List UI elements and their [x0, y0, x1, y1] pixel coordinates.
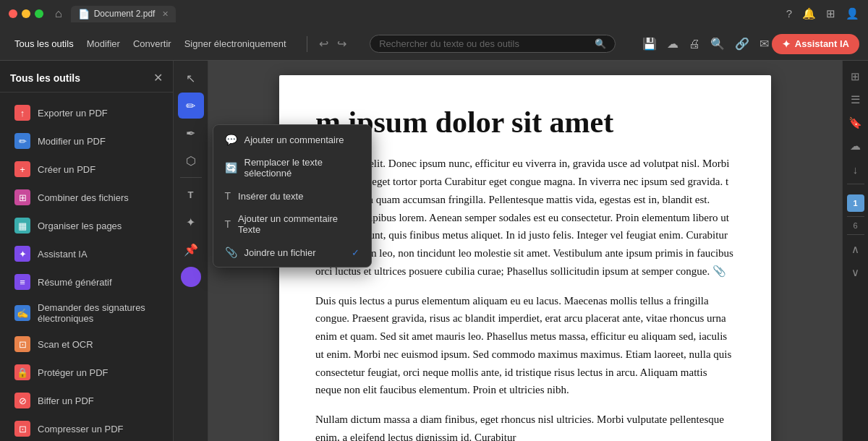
- print-icon[interactable]: 🖨: [689, 38, 700, 51]
- right-chevron-up-icon[interactable]: ∧: [846, 239, 866, 260]
- create-icon: +: [14, 161, 30, 177]
- draw-tool[interactable]: ✒: [178, 120, 204, 146]
- sidebar-item-scan-label: Scan et OCR: [38, 339, 93, 350]
- right-download-icon[interactable]: ↓: [846, 159, 866, 179]
- sidebar-item-organize[interactable]: ▦ Organiser les pages: [4, 212, 169, 239]
- minimize-button[interactable]: [22, 9, 30, 18]
- pdf-body: r adipiscing elit. Donec ipsum nunc, eff…: [315, 155, 735, 441]
- help-icon[interactable]: ?: [786, 7, 792, 20]
- search-icon: 🔍: [595, 38, 606, 49]
- replace-text-label: Remplacer le texte sélectionné: [244, 157, 359, 179]
- add-text-comment-item[interactable]: T Ajouter un commentaire Texte: [213, 207, 371, 241]
- text-tool[interactable]: T: [178, 181, 204, 207]
- attach-file-label: Joindre un fichier: [244, 247, 316, 258]
- sidebar-item-assistant-label: Assistant IA: [38, 249, 88, 260]
- sidebar-item-redact[interactable]: ⊘ Biffer un PDF: [4, 387, 169, 414]
- sidebar-items: ↑ Exporter un PDF ✏ Modifier un PDF + Cr…: [0, 93, 173, 441]
- right-bookmark-icon[interactable]: 🔖: [846, 113, 866, 133]
- add-comment-item[interactable]: 💬 Ajouter un commentaire: [213, 128, 371, 151]
- attach-file-item[interactable]: 📎 Joindre un fichier ✓: [213, 241, 371, 264]
- enhance-icon[interactable]: 🔍: [710, 37, 725, 51]
- organize-icon: ▦: [14, 218, 30, 234]
- sidebar-item-redact-label: Biffer un PDF: [38, 395, 94, 406]
- replace-icon: 🔄: [225, 162, 237, 174]
- toolbar-divider: [307, 36, 307, 52]
- cloud-icon[interactable]: ☁: [667, 37, 678, 51]
- pdf-title: m ipsum dolor sit amet: [315, 104, 735, 140]
- menu-convertir[interactable]: Convertir: [127, 35, 177, 52]
- tab-close-icon[interactable]: ✕: [162, 9, 169, 19]
- sidebar-item-modify[interactable]: ✏ Modifier un PDF: [4, 127, 169, 155]
- sidebar-item-signatures[interactable]: ✍ Demander des signatures électroniques: [4, 296, 169, 330]
- stamp-tool[interactable]: ✦: [178, 209, 204, 235]
- right-chevron-down-icon[interactable]: ∨: [846, 262, 866, 283]
- page-number-total: 6: [853, 221, 857, 230]
- redact-icon: ⊘: [14, 393, 30, 408]
- sidebar-item-export[interactable]: ↑ Exporter un PDF: [4, 99, 169, 127]
- search-input[interactable]: [379, 38, 589, 49]
- sidebar-item-summary[interactable]: ≡ Résumé génératif: [4, 268, 169, 296]
- summary-icon: ≡: [14, 274, 30, 290]
- close-button[interactable]: [9, 9, 17, 18]
- notification-icon[interactable]: 🔔: [802, 7, 816, 20]
- menu-all-tools[interactable]: Tous les outils: [9, 35, 80, 52]
- sidebar-item-compress[interactable]: ⊡ Compresser un PDF: [4, 415, 169, 441]
- title-bar: ⌂ 📄 Document 2.pdf ✕ ? 🔔 ⊞ 👤: [0, 0, 868, 27]
- toolbar-nav: ↩ ↪: [316, 35, 349, 52]
- right-cloud-icon[interactable]: ☁: [846, 136, 866, 156]
- sidebar-item-combine[interactable]: ⊞ Combiner des fichiers: [4, 184, 169, 211]
- add-text-comment-label: Ajouter un commentaire Texte: [238, 213, 359, 235]
- comment-icon: 💬: [225, 134, 237, 145]
- sidebar-item-combine-label: Combiner des fichiers: [38, 192, 129, 203]
- sidebar-item-create[interactable]: + Créer un PDF: [4, 155, 169, 183]
- menu-sign[interactable]: Signer électroniquement: [179, 35, 292, 52]
- shape-tool[interactable]: ⬡: [178, 147, 204, 174]
- titlebar-icons: ? 🔔 ⊞ 👤: [786, 7, 859, 20]
- assistant-sidebar-icon: ✦: [14, 246, 30, 262]
- sidebar-item-scan[interactable]: ⊡ Scan et OCR: [4, 330, 169, 358]
- replace-text-item[interactable]: 🔄 Remplacer le texte sélectionné: [213, 151, 371, 184]
- select-tool[interactable]: ↖: [178, 65, 204, 91]
- add-comment-label: Ajouter un commentaire: [244, 134, 344, 145]
- menu-modifier[interactable]: Modifier: [81, 35, 126, 52]
- apps-icon[interactable]: ⊞: [826, 7, 835, 20]
- fullscreen-button[interactable]: [35, 9, 43, 18]
- email-icon[interactable]: ✉: [760, 37, 769, 51]
- sidebar-item-protect[interactable]: 🔒 Protéger un PDF: [4, 359, 169, 386]
- tab-label: Document 2.pdf: [94, 9, 156, 19]
- check-icon: ✓: [352, 247, 359, 258]
- protect-icon: 🔒: [14, 364, 30, 380]
- export-icon: ↑: [14, 105, 30, 121]
- signatures-icon: ✍: [14, 305, 30, 321]
- sidebar-close-button[interactable]: ✕: [153, 71, 163, 85]
- modify-icon: ✏: [14, 133, 30, 149]
- home-icon[interactable]: ⌂: [55, 7, 62, 20]
- main-layout: Tous les outils ✕ ↑ Exporter un PDF ✏ Mo…: [0, 61, 868, 441]
- toolbar-menu: Tous les outils Modifier Convertir Signe…: [9, 35, 292, 52]
- sidebar-item-modify-label: Modifier un PDF: [38, 136, 106, 147]
- pin-tool[interactable]: 📌: [178, 236, 204, 262]
- redo-button[interactable]: ↪: [334, 35, 349, 52]
- annotate-tool[interactable]: ✏ 💬 Ajouter un commentaire 🔄 Remplacer l…: [178, 93, 204, 119]
- sidebar-item-signatures-label: Demander des signatures électroniques: [38, 302, 158, 324]
- right-divider: [847, 184, 864, 184]
- tools-panel: ↖ ✏ 💬 Ajouter un commentaire 🔄 Remplacer…: [174, 61, 208, 441]
- account-icon[interactable]: 👤: [846, 7, 859, 20]
- right-panel: ⊞ ☰ 🔖 ☁ ↓ 1 6 ∧ ∨: [842, 61, 868, 441]
- undo-button[interactable]: ↩: [316, 35, 331, 52]
- right-divider-3: [847, 234, 864, 235]
- save-icon[interactable]: 💾: [642, 37, 657, 51]
- sidebar-header: Tous les outils ✕: [0, 61, 173, 93]
- pdf-icon: 📄: [78, 9, 90, 20]
- sidebar-item-assistant[interactable]: ✦ Assistant IA: [4, 240, 169, 267]
- right-grid-icon[interactable]: ⊞: [846, 67, 866, 87]
- link-icon[interactable]: 🔗: [735, 37, 749, 51]
- assistant-icon: ✦: [782, 38, 791, 50]
- insert-text-item[interactable]: T Insérer du texte: [213, 184, 371, 207]
- assistant-button[interactable]: ✦ Assistant IA: [772, 34, 859, 54]
- annotation-dropdown: 💬 Ajouter un commentaire 🔄 Remplacer le …: [213, 124, 372, 267]
- color-picker[interactable]: [181, 267, 201, 287]
- tab-document[interactable]: 📄 Document 2.pdf ✕: [71, 6, 176, 22]
- right-list-icon[interactable]: ☰: [846, 90, 866, 110]
- search-bar[interactable]: 🔍: [370, 35, 616, 53]
